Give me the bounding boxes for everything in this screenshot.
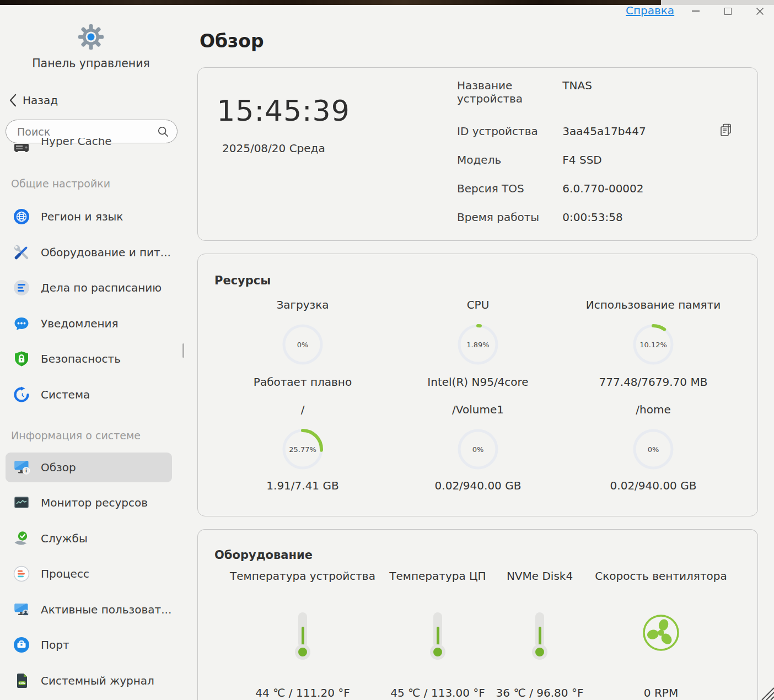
search-input[interactable] — [16, 125, 157, 138]
hardware-item-fan-speed: Скорость вентилятора 0 RPM — [584, 530, 738, 700]
close-icon — [756, 7, 764, 15]
page-title: Обзор — [200, 30, 264, 52]
sidebar-item-label: Система — [41, 388, 90, 401]
info-value: F4 SSD — [562, 153, 601, 166]
maximize-icon — [724, 8, 732, 15]
minimize-button[interactable] — [689, 4, 703, 18]
resource-monitor-icon — [13, 494, 30, 511]
info-row: Время работы 0:00:53:58 — [457, 211, 623, 224]
info-label: Название устройства — [457, 79, 534, 105]
svg-text:i: i — [25, 468, 27, 473]
schedule-icon — [13, 279, 30, 296]
sidebar-item-label: Активные пользоват... — [41, 603, 171, 616]
sidebar-item-label: Hyper Cache — [41, 138, 112, 148]
search-icon — [157, 126, 169, 138]
sidebar-item-services[interactable]: Службы — [6, 524, 172, 553]
resource-caption: 777.48/7679.70 MB — [571, 375, 736, 389]
sidebar-item-security[interactable]: Безопасность — [6, 344, 172, 374]
hardware-value: 0 RPM — [584, 686, 738, 699]
maximize-button[interactable] — [721, 4, 735, 18]
sidebar-item-scheduled-tasks[interactable]: Дела по расписанию — [6, 273, 172, 303]
gear-icon — [77, 23, 105, 51]
resource-caption: Intel(R) N95/4core — [395, 375, 561, 389]
sidebar-item-label: Дела по расписанию — [41, 281, 162, 294]
thermometer-icon — [295, 612, 310, 661]
port-icon — [13, 637, 30, 653]
sidebar-item-region-language[interactable]: Регион и язык — [6, 202, 172, 231]
info-label: Версия TOS — [457, 182, 559, 195]
close-button[interactable] — [752, 4, 767, 18]
chat-bubble-icon — [13, 315, 30, 332]
sidebar-item-notifications[interactable]: Уведомления — [6, 309, 172, 338]
tools-icon — [13, 244, 30, 261]
sidebar-item-label: Безопасность — [41, 352, 121, 365]
info-value: 6.0.770-00002 — [562, 182, 643, 195]
sidebar-item-active-users[interactable]: Активные пользоват... — [6, 595, 172, 624]
help-link[interactable]: Справка — [626, 4, 674, 17]
sidebar-item-hyper-cache[interactable]: Hyper Cache — [6, 138, 172, 155]
clock-date: 2025/08/20 Среда — [222, 142, 325, 155]
sidebar-item-label: Регион и язык — [41, 210, 123, 223]
copy-device-id-button[interactable] — [719, 123, 733, 137]
resource-column-load: Загрузка 0% Работает плавно / 25.77% 1.9… — [220, 254, 385, 516]
chevron-left-icon — [9, 94, 17, 107]
process-icon — [13, 566, 30, 582]
app-header: Панель управления — [11, 23, 171, 70]
resize-grip[interactable] — [757, 683, 774, 700]
app-title: Панель управления — [11, 57, 171, 70]
thermometer-icon — [532, 612, 547, 661]
hardware-value: 44 ℃ / 111.20 °F — [220, 686, 385, 699]
info-row: Название устройства TNAS — [457, 79, 592, 105]
resource-column-title: CPU — [395, 298, 561, 311]
progress-ring: 1.89% — [456, 322, 500, 367]
resource-column-cpu: CPU 1.89% Intel(R) N95/4core /Volume1 0%… — [395, 254, 561, 516]
progress-ring: 0% — [281, 322, 325, 367]
sidebar-item-label: Монитор ресурсов — [41, 496, 148, 509]
hyper-cache-icon — [13, 140, 30, 155]
section-header-system-info: Информация о системе — [11, 429, 141, 441]
sidebar-item-system[interactable]: Система — [6, 380, 172, 410]
progress-ring: 0% — [631, 427, 675, 471]
sidebar-item-overview[interactable]: i Обзор — [6, 453, 172, 482]
sidebar-item-label: Системный журнал — [41, 674, 154, 687]
sidebar-scrollbar-thumb[interactable] — [182, 343, 184, 358]
sidebar-item-hardware-power[interactable]: Оборудование и пит... — [6, 238, 172, 267]
back-button[interactable]: Назад — [9, 94, 58, 107]
svg-text:LOG: LOG — [19, 681, 25, 685]
section-header-general: Общие настройки — [11, 177, 110, 190]
info-label: ID устройства — [457, 125, 559, 138]
volume-name: / — [220, 403, 385, 416]
sidebar-item-process[interactable]: Процесс — [6, 559, 172, 589]
resource-column-memory: Использование памяти 10.12% 777.48/7679.… — [571, 254, 736, 516]
sidebar-item-port[interactable]: Порт — [6, 630, 172, 660]
globe-icon — [13, 208, 30, 225]
info-value: 0:00:53:58 — [562, 211, 622, 224]
volume-name: /Volume1 — [395, 403, 561, 416]
info-label: Модель — [457, 153, 559, 166]
back-label: Назад — [23, 94, 58, 107]
system-log-icon: LOG — [13, 672, 30, 689]
ring-percent-label: 0% — [281, 341, 325, 349]
device-info-card: 15:45:39 2025/08/20 Среда Название устро… — [197, 67, 758, 241]
active-users-icon — [13, 601, 30, 618]
hardware-item-device-temp: Температура устройства 44 ℃ / 111.20 °F — [220, 530, 385, 700]
volume-usage: 0.02/940.00 GB — [395, 479, 561, 492]
progress-ring: 25.77% — [281, 427, 325, 471]
volume-name: /home — [571, 403, 736, 416]
shield-lock-icon — [13, 351, 30, 367]
info-value: 3aa45a17b447 — [562, 125, 646, 138]
ring-percent-label: 10.12% — [631, 341, 675, 349]
resource-column-title: Загрузка — [220, 298, 385, 311]
sidebar-item-resource-monitor[interactable]: Монитор ресурсов — [6, 488, 172, 518]
system-restore-icon — [13, 386, 30, 403]
overview-monitor-icon: i — [13, 459, 30, 476]
sidebar-item-label: Оборудование и пит... — [41, 246, 171, 259]
info-row: Модель F4 SSD — [457, 153, 602, 166]
sidebar-item-label: Процесс — [41, 567, 89, 580]
sidebar-item-label: Службы — [41, 532, 88, 545]
minimize-icon — [692, 10, 700, 12]
hardware-card: Оборудование Температура устройства 44 ℃… — [197, 529, 758, 700]
ring-percent-label: 0% — [631, 445, 675, 454]
sidebar-item-system-log[interactable]: LOG Системный журнал — [6, 666, 172, 696]
clock-time: 15:45:39 — [209, 94, 358, 127]
